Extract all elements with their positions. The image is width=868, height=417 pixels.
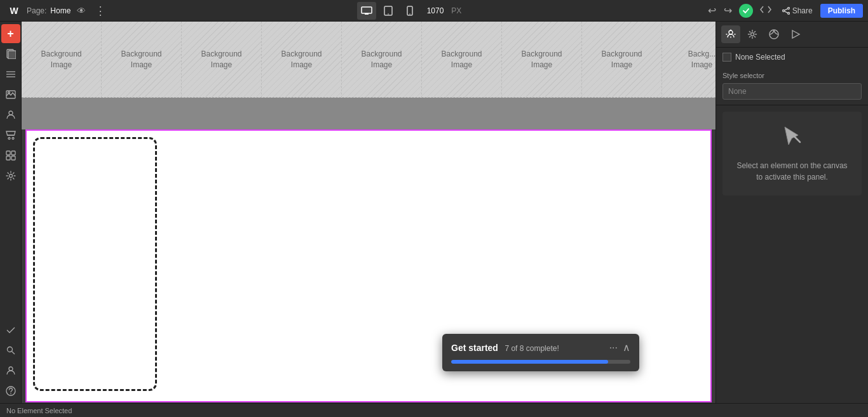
tablet-view-btn[interactable] — [379, 2, 398, 20]
svg-point-17 — [8, 92, 10, 94]
sidebar-store-btn[interactable] — [1, 126, 20, 145]
style-selector-label: Style selector — [722, 72, 862, 79]
add-element-btn[interactable]: + — [1, 24, 20, 43]
design-tab-btn[interactable] — [721, 25, 740, 43]
bg-tile-3: BackgroundImage — [182, 22, 262, 98]
svg-point-3 — [388, 13, 389, 15]
bg-tile-2: BackgroundImage — [102, 22, 182, 98]
page-label: Page: — [27, 6, 46, 15]
get-started-actions: ··· ∧ — [609, 341, 630, 354]
cursor-icon — [782, 124, 803, 152]
sidebar-members-btn[interactable] — [1, 105, 20, 124]
settings-tab-btn[interactable] — [743, 25, 762, 43]
activate-panel: Select an element on the canvas to activ… — [722, 112, 862, 195]
svg-point-18 — [9, 111, 13, 115]
colors-tab-btn[interactable] — [764, 25, 783, 43]
get-started-header: Get started 7 of 8 complete! ··· ∧ — [451, 341, 630, 354]
canvas-area[interactable]: BackgroundImage BackgroundImage Backgrou… — [22, 22, 715, 403]
right-panel-tabs — [716, 22, 868, 48]
sidebar-help-btn[interactable] — [1, 381, 20, 400]
svg-rect-25 — [11, 156, 15, 160]
svg-point-27 — [7, 347, 12, 352]
svg-point-5 — [409, 13, 410, 15]
progress-bar — [451, 360, 630, 364]
sidebar-account-btn[interactable] — [1, 361, 20, 380]
none-selected-row: None Selected — [716, 48, 868, 67]
undo-redo-group: ↩ ↪ — [705, 3, 735, 18]
bg-tile-1: BackgroundImage — [22, 22, 102, 98]
more-options-icon[interactable]: ⋮ — [92, 4, 109, 18]
style-selector-section: Style selector None — [716, 67, 868, 105]
style-selector-dropdown[interactable]: None — [722, 83, 862, 100]
bottom-status-text: No Element Selected — [6, 407, 72, 414]
sidebar-media-btn[interactable] — [1, 85, 20, 104]
svg-point-31 — [10, 393, 11, 394]
eye-icon[interactable]: 👁 — [74, 4, 88, 17]
bg-tile-4: BackgroundImage — [262, 22, 342, 98]
svg-line-28 — [11, 352, 15, 355]
share-label: Share — [792, 6, 813, 15]
none-selected-checkbox[interactable] — [722, 53, 731, 62]
left-sidebar: + — [0, 22, 22, 403]
animation-tab-btn[interactable] — [786, 25, 805, 43]
code-editor-btn[interactable] — [757, 4, 775, 17]
wix-logo: W — [5, 2, 23, 20]
sidebar-pages-btn[interactable] — [1, 44, 20, 63]
gray-section — [22, 98, 715, 129]
bg-tile-6: BackgroundImage — [422, 22, 502, 98]
svg-point-8 — [787, 12, 789, 14]
publish-btn[interactable]: Publish — [820, 4, 863, 18]
bg-tile-8: BackgroundImage — [582, 22, 662, 98]
svg-point-19 — [8, 138, 10, 140]
main-layout: + — [0, 22, 868, 403]
get-started-more-btn[interactable]: ··· — [609, 342, 618, 354]
svg-rect-12 — [8, 51, 16, 59]
top-bar-left: W Page: Home 👁 ⋮ — [0, 2, 114, 20]
background-strip: BackgroundImage BackgroundImage Backgrou… — [22, 22, 715, 98]
device-toolbar — [357, 2, 419, 20]
desktop-view-btn[interactable] — [357, 2, 376, 20]
svg-point-20 — [12, 138, 14, 140]
right-panel: None Selected Style selector None Select… — [715, 22, 868, 403]
bottom-bar: No Element Selected — [0, 403, 868, 417]
page-name[interactable]: Home — [50, 6, 71, 15]
svg-rect-22 — [6, 151, 10, 155]
top-bar-center: 1070 PX — [114, 2, 704, 20]
svg-point-26 — [9, 175, 12, 178]
share-btn[interactable]: Share — [778, 5, 817, 17]
svg-line-10 — [784, 8, 787, 10]
svg-marker-34 — [792, 30, 799, 38]
get-started-title: Get started — [451, 343, 498, 353]
sidebar-settings-btn[interactable] — [1, 166, 20, 185]
mobile-view-btn[interactable] — [400, 2, 419, 20]
save-status-indicator — [739, 4, 753, 18]
svg-point-32 — [729, 30, 733, 34]
activate-panel-text: Select an element on the canvas to activ… — [735, 160, 849, 183]
dashed-element[interactable] — [33, 137, 157, 391]
svg-line-9 — [784, 11, 787, 13]
sidebar-search-btn[interactable] — [1, 341, 20, 360]
width-display: 1070 — [423, 6, 448, 15]
redo-btn[interactable]: ↪ — [721, 3, 735, 18]
get-started-collapse-btn[interactable]: ∧ — [623, 341, 630, 354]
get-started-panel: Get started 7 of 8 complete! ··· ∧ — [442, 334, 639, 371]
svg-rect-1 — [365, 13, 369, 15]
sidebar-layers-btn[interactable] — [1, 65, 20, 84]
svg-point-6 — [787, 7, 789, 9]
svg-rect-0 — [362, 7, 372, 13]
bg-tile-9: Backg...Image — [662, 22, 715, 98]
sidebar-tasks-btn[interactable] — [1, 321, 20, 340]
undo-btn[interactable]: ↩ — [705, 3, 719, 18]
bg-tile-5: BackgroundImage — [342, 22, 422, 98]
width-unit: PX — [451, 6, 461, 15]
sidebar-apps-btn[interactable] — [1, 146, 20, 165]
svg-point-33 — [751, 33, 754, 36]
svg-rect-23 — [11, 151, 15, 155]
get-started-title-group: Get started 7 of 8 complete! — [451, 342, 559, 354]
get-started-badge: 7 of 8 complete! — [505, 344, 559, 353]
top-bar-right: ↩ ↪ Share Publish — [705, 3, 868, 18]
svg-rect-24 — [6, 156, 10, 160]
progress-bar-fill — [451, 360, 608, 364]
bg-tile-7: BackgroundImage — [502, 22, 582, 98]
none-selected-label: None Selected — [735, 53, 785, 62]
